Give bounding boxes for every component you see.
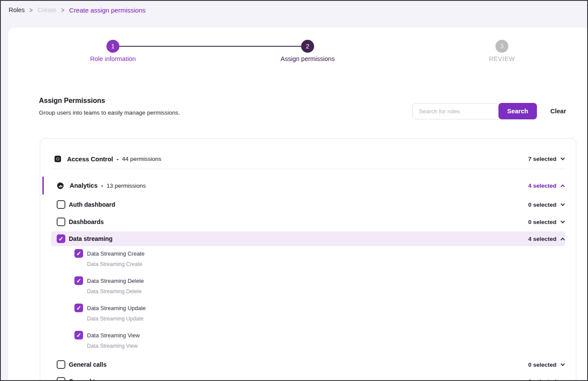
page-subtitle: Group users into teams to easily manage …: [39, 109, 180, 116]
checkbox-unchecked[interactable]: [57, 360, 65, 369]
checkbox-checked[interactable]: ✓: [57, 234, 65, 243]
checkbox-unchecked[interactable]: [57, 200, 65, 209]
chevron-right-icon: >: [29, 6, 33, 14]
group-selected-toggle[interactable]: 0 selected: [528, 378, 565, 381]
checkbox-checked[interactable]: ✓: [74, 331, 83, 339]
step-1-label: Role information: [65, 55, 161, 62]
checkbox-checked[interactable]: ✓: [74, 304, 83, 312]
permission-item: ✓ Data Streaming Delete Data Streaming D…: [51, 276, 565, 295]
section-name: Access Control: [67, 156, 113, 163]
breadcrumb-roles[interactable]: Roles: [9, 6, 25, 13]
section-name: Analytics: [70, 182, 97, 189]
page-title: Assign Permissions: [39, 97, 180, 105]
group-row-general-calls[interactable]: General calls 0 selected: [51, 358, 565, 371]
step-2-circle[interactable]: 2: [301, 40, 314, 53]
section-count: 44 permissions: [122, 156, 161, 162]
section-separator: -: [116, 156, 119, 163]
breadcrumb: Roles > Create > Create assign permissio…: [1, 1, 587, 19]
data-streaming-children: ✓ Data Streaming Create Data Streaming C…: [51, 249, 565, 350]
permission-item: ✓ Data Streaming Create Data Streaming C…: [51, 249, 565, 268]
access-control-icon: [55, 156, 61, 162]
group-row-dashboards[interactable]: Dashboards 0 selected: [51, 215, 565, 229]
section-selected-toggle[interactable]: 4 selected: [528, 182, 565, 189]
group-label: Auth dashboard: [69, 201, 115, 208]
permission-row[interactable]: ✓ Data Streaming Update: [51, 303, 565, 313]
clear-button[interactable]: Clear: [550, 108, 566, 115]
group-selected-toggle[interactable]: 0 selected: [528, 219, 565, 225]
section-separator: -: [101, 182, 103, 189]
permission-label: Data Streaming View: [87, 332, 140, 339]
selected-count: 4 selected: [528, 182, 556, 189]
group-label: General traces: [69, 378, 111, 380]
group-label: General calls: [69, 361, 106, 368]
chevron-down-icon[interactable]: [561, 362, 565, 366]
search-group: Search Clear: [412, 103, 566, 119]
analytics-icon: [57, 182, 64, 189]
check-icon: ✓: [76, 304, 81, 311]
checkbox-checked[interactable]: ✓: [74, 276, 83, 285]
check-icon: ✓: [76, 250, 81, 257]
check-icon: ✓: [58, 235, 64, 242]
permission-description: Data Streaming Create: [51, 261, 565, 268]
permission-row[interactable]: ✓ Data Streaming Delete: [51, 276, 565, 285]
stepper-connector: [119, 46, 301, 47]
section-analytics[interactable]: Analytics - 13 permissions 4 selected: [51, 176, 565, 195]
checkbox-unchecked[interactable]: [57, 377, 65, 380]
check-icon: ✓: [76, 332, 81, 339]
permission-label: Data Streaming Delete: [87, 278, 144, 284]
section-count: 13 permissions: [106, 182, 146, 189]
group-label: Dashboards: [69, 218, 104, 225]
group-row-general-traces[interactable]: General traces 0 selected: [51, 375, 565, 380]
group-row-auth-dashboard[interactable]: Auth dashboard 0 selected: [51, 198, 565, 211]
permission-description: Data Streaming View: [51, 343, 565, 350]
active-section-bar: [42, 176, 44, 195]
permission-item: ✓ Data Streaming View Data Streaming Vie…: [51, 330, 565, 350]
permission-row[interactable]: ✓ Data Streaming View: [51, 330, 565, 340]
permission-row[interactable]: ✓ Data Streaming Create: [51, 249, 565, 258]
permission-label: Data Streaming Create: [87, 250, 145, 257]
divider: [51, 169, 565, 169]
breadcrumb-create: Create: [38, 6, 57, 13]
chevron-down-icon[interactable]: [561, 156, 565, 160]
permission-description: Data Streaming Update: [51, 316, 565, 323]
step-3-label: REVIEW: [454, 55, 549, 62]
chevron-down-icon[interactable]: [561, 378, 565, 380]
selected-count: 0 selected: [528, 378, 556, 381]
chevron-down-icon[interactable]: [561, 202, 565, 206]
permission-description: Data Streaming Delete: [51, 288, 565, 295]
group-label: Data streaming: [69, 235, 112, 242]
search-button[interactable]: Search: [498, 103, 537, 119]
chevron-down-icon[interactable]: [561, 219, 565, 223]
permission-label: Data Streaming Update: [87, 305, 146, 311]
page-header: Assign Permissions Group users into team…: [39, 97, 180, 116]
search-input[interactable]: [412, 103, 501, 119]
chevron-up-icon[interactable]: [561, 184, 565, 189]
step-3-circle: 3: [495, 40, 508, 53]
step-1-circle[interactable]: 1: [106, 40, 119, 53]
checkbox-unchecked[interactable]: [57, 218, 65, 226]
checkbox-checked[interactable]: ✓: [74, 249, 83, 258]
section-selected-toggle[interactable]: 7 selected: [528, 156, 565, 162]
group-row-data-streaming[interactable]: ✓ Data streaming 4 selected: [51, 231, 565, 246]
main-panel: 1 2 3 Role information Assign permission…: [8, 28, 587, 380]
step-2-label: Assign permissions: [260, 55, 355, 62]
group-selected-toggle[interactable]: 4 selected: [528, 236, 565, 242]
permissions-card: Access Control - 44 permissions 7 select…: [40, 138, 576, 380]
selected-count: 0 selected: [528, 202, 556, 208]
group-selected-toggle[interactable]: 0 selected: [528, 202, 565, 208]
chevron-right-icon: >: [61, 6, 64, 14]
permission-item: ✓ Data Streaming Update Data Streaming U…: [51, 303, 565, 323]
chevron-up-icon[interactable]: [561, 237, 565, 242]
section-access-control[interactable]: Access Control - 44 permissions 7 select…: [51, 149, 565, 169]
selected-count: 0 selected: [528, 219, 556, 225]
group-selected-toggle[interactable]: 0 selected: [528, 362, 565, 368]
check-icon: ✓: [76, 277, 81, 284]
breadcrumb-create-assign-permissions[interactable]: Create assign permissions: [69, 6, 146, 14]
selected-count: 0 selected: [528, 362, 556, 368]
selected-count: 4 selected: [528, 236, 556, 242]
selected-count: 7 selected: [528, 156, 556, 162]
